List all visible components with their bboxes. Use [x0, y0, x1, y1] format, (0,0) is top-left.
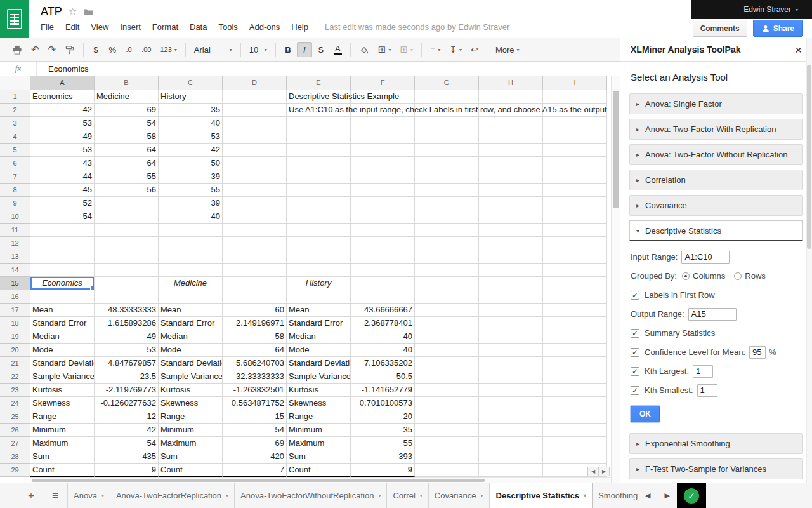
cell-H14[interactable] — [479, 264, 543, 277]
cell-C2[interactable]: 35 — [159, 104, 223, 117]
cell-D1[interactable] — [223, 90, 287, 104]
row-header-4[interactable]: 4 — [0, 130, 30, 144]
menu-edit[interactable]: Edit — [65, 22, 79, 32]
cell-C4[interactable]: 53 — [159, 130, 223, 144]
row-header-29[interactable]: 29 — [0, 464, 30, 477]
cell-G25[interactable] — [415, 410, 479, 424]
cell-C25[interactable]: Range — [159, 410, 223, 424]
cell-B2[interactable]: 69 — [95, 104, 159, 117]
cell-B18[interactable]: 1.615893286 — [95, 317, 159, 330]
cell-D13[interactable] — [223, 250, 287, 264]
cell-D2[interactable] — [223, 104, 287, 117]
row-header-23[interactable]: 23 — [0, 384, 30, 397]
cell-F21[interactable]: 7.106335202 — [351, 357, 415, 370]
tab-menu-icon[interactable]: ▾ — [378, 493, 381, 498]
format-percent-button[interactable]: % — [105, 42, 120, 57]
cell-E2[interactable]: Use A1:C10 as the input range, check Lab… — [287, 104, 351, 117]
cell-I20[interactable] — [543, 344, 607, 357]
tab-menu-icon[interactable]: ▾ — [226, 493, 228, 498]
cell-B23[interactable]: -2.119769773 — [95, 384, 159, 397]
cell-F13[interactable] — [351, 250, 415, 264]
cell-I23[interactable] — [543, 384, 607, 397]
row-header-12[interactable]: 12 — [0, 237, 30, 250]
cell-A26[interactable]: Minimum — [30, 424, 95, 437]
cell-B10[interactable] — [95, 210, 159, 224]
cell-A29[interactable]: Count — [30, 464, 95, 477]
cell-C14[interactable] — [159, 264, 223, 277]
row-header-17[interactable]: 17 — [0, 304, 30, 317]
cell-D19[interactable]: 58 — [223, 330, 287, 344]
cell-I13[interactable] — [543, 250, 607, 264]
cell-I8[interactable] — [543, 184, 607, 197]
cell-E28[interactable]: Sum — [287, 450, 351, 464]
sidebar-scroll-thumb[interactable] — [807, 65, 811, 249]
cell-B4[interactable]: 58 — [95, 130, 159, 144]
cell-F25[interactable]: 20 — [351, 410, 415, 424]
row-header-25[interactable]: 25 — [0, 410, 30, 424]
row-header-2[interactable]: 2 — [0, 104, 30, 117]
cell-F26[interactable]: 35 — [351, 424, 415, 437]
cell-E29[interactable]: Count — [287, 464, 351, 477]
font-family-select[interactable]: Arial ▾ — [190, 42, 236, 57]
cell-D26[interactable]: 54 — [223, 424, 287, 437]
close-icon[interactable]: × — [795, 44, 802, 56]
cell-I9[interactable] — [543, 197, 607, 210]
menu-help[interactable]: Help — [291, 22, 308, 32]
cell-C17[interactable]: Mean — [159, 304, 223, 317]
more-button[interactable]: More ▾ — [492, 42, 523, 57]
cell-A3[interactable]: 53 — [30, 117, 95, 130]
cell-C12[interactable] — [159, 237, 223, 250]
cell-G18[interactable] — [415, 317, 479, 330]
cell-G14[interactable] — [415, 264, 479, 277]
menu-insert[interactable]: Insert — [120, 22, 141, 32]
cell-C19[interactable]: Median — [159, 330, 223, 344]
cell-G20[interactable] — [415, 344, 479, 357]
row-header-20[interactable]: 20 — [0, 344, 30, 357]
cell-E9[interactable] — [287, 197, 351, 210]
share-button[interactable]: Share — [753, 20, 803, 37]
cell-F14[interactable] — [351, 264, 415, 277]
confidence-level-checkbox[interactable]: ✓ — [631, 348, 639, 357]
strikethrough-button[interactable]: S — [313, 42, 329, 57]
cell-D14[interactable] — [223, 264, 287, 277]
cell-H15[interactable] — [479, 277, 543, 290]
cell-D3[interactable] — [223, 117, 287, 130]
menu-data[interactable]: Data — [190, 22, 207, 32]
cell-B22[interactable]: 23.5 — [95, 370, 159, 384]
cell-H20[interactable] — [479, 344, 543, 357]
cell-I1[interactable] — [543, 90, 607, 104]
cell-A2[interactable]: 42 — [30, 104, 95, 117]
cell-E19[interactable]: Median — [287, 330, 351, 344]
horizontal-align-button[interactable]: ≡ ▾ — [426, 42, 444, 57]
cell-B3[interactable]: 54 — [95, 117, 159, 130]
cell-H3[interactable] — [479, 117, 543, 130]
row-header-15[interactable]: 15 — [0, 277, 30, 290]
cell-B15[interactable] — [95, 277, 159, 290]
cell-H4[interactable] — [479, 130, 543, 144]
cell-G3[interactable] — [415, 117, 479, 130]
row-header-22[interactable]: 22 — [0, 370, 30, 384]
cell-D23[interactable]: -1.263832501 — [223, 384, 287, 397]
cell-G11[interactable] — [415, 224, 479, 237]
cell-D20[interactable]: 64 — [223, 344, 287, 357]
select-all-corner[interactable] — [0, 76, 30, 90]
cell-D6[interactable] — [223, 157, 287, 170]
cell-E22[interactable]: Sample Variance — [287, 370, 351, 384]
cell-F12[interactable] — [351, 237, 415, 250]
cell-A8[interactable]: 45 — [30, 184, 95, 197]
cell-D22[interactable]: 32.33333333 — [223, 370, 287, 384]
cell-G16[interactable] — [415, 290, 479, 304]
tab-descriptive-statistics[interactable]: Descriptive Statistics ▾ — [490, 483, 593, 508]
cell-H1[interactable] — [479, 90, 543, 104]
cell-E25[interactable]: Range — [287, 410, 351, 424]
tab-menu-icon[interactable]: ▾ — [584, 493, 586, 498]
cell-D12[interactable] — [223, 237, 287, 250]
row-header-6[interactable]: 6 — [0, 157, 30, 170]
cell-F18[interactable]: 2.368778401 — [351, 317, 415, 330]
tab-anova-twofactorwithoutreplication[interactable]: Anova-TwoFactorWithoutReplication ▾ — [235, 483, 387, 508]
cell-D28[interactable]: 420 — [223, 450, 287, 464]
cell-D4[interactable] — [223, 130, 287, 144]
cell-I17[interactable] — [543, 304, 607, 317]
cell-B28[interactable]: 435 — [95, 450, 159, 464]
cell-E26[interactable]: Minimum — [287, 424, 351, 437]
